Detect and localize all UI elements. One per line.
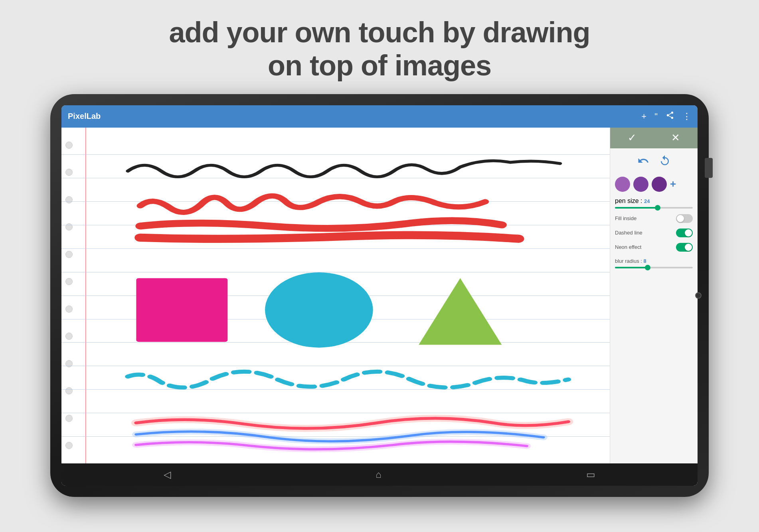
svg-rect-0 [136, 278, 227, 342]
recent-nav-button[interactable]: ▭ [586, 469, 595, 480]
notebook-background [61, 128, 610, 463]
headline-line2: on top of images [268, 49, 491, 81]
blur-radius-fill [615, 267, 648, 268]
fill-inside-toggle-row: Fill inside [615, 214, 693, 223]
color-swatches-row: + [615, 177, 693, 192]
pen-size-fill [615, 207, 658, 209]
bottom-nav-bar: ◁ ⌂ ▭ [61, 463, 698, 486]
undo-button[interactable] [637, 155, 649, 169]
home-nav-button[interactable]: ⌂ [376, 469, 381, 480]
blur-radius-thumb[interactable] [645, 265, 650, 270]
fill-inside-toggle[interactable] [676, 214, 693, 223]
neon-effect-toggle-row: Neon effect [615, 243, 693, 252]
share-icon[interactable] [666, 111, 674, 122]
blur-radius-label: blur radius : [615, 258, 644, 264]
redo-button[interactable] [659, 155, 671, 169]
tablet-screen: PixelLab + " ⋮ [61, 105, 698, 486]
fill-inside-knob [677, 215, 684, 222]
headline-line1: add your own touch by drawing [169, 16, 590, 48]
camera-lens [695, 292, 702, 299]
dashed-line-knob [685, 229, 692, 236]
neon-effect-knob [685, 244, 692, 251]
dashed-line-label: Dashed line [615, 230, 642, 236]
svg-marker-2 [419, 278, 502, 345]
pen-size-thumb[interactable] [655, 205, 660, 211]
confirm-button[interactable]: ✓ [628, 132, 636, 144]
content-area: ✓ ✕ [61, 128, 698, 463]
drawing-canvas[interactable] [61, 128, 610, 463]
neon-effect-label: Neon effect [615, 244, 641, 250]
pen-size-value: 24 [644, 198, 650, 204]
power-button [705, 158, 713, 178]
blur-radius-slider[interactable] [615, 267, 693, 268]
pen-size-label: pen size : [615, 197, 644, 204]
app-bar-actions: + " ⋮ [641, 111, 691, 122]
drawings [61, 128, 610, 463]
neon-effect-toggle[interactable] [676, 243, 693, 252]
confirm-bar: ✓ ✕ [610, 128, 698, 148]
blur-radius-label-row: blur radius : 8 [615, 257, 693, 264]
dashed-line-toggle[interactable] [676, 229, 693, 237]
pen-size-label-row: pen size : 24 [615, 197, 693, 205]
app-bar: PixelLab + " ⋮ [61, 105, 698, 128]
back-nav-button[interactable]: ◁ [164, 469, 171, 480]
panel-body: + pen size : 24 Fill ins [610, 148, 698, 463]
add-icon[interactable]: + [641, 111, 646, 122]
color-swatch-3[interactable] [652, 177, 667, 192]
color-swatch-2[interactable] [633, 177, 648, 192]
pen-size-slider[interactable] [615, 207, 693, 209]
cancel-button[interactable]: ✕ [671, 132, 680, 144]
add-color-button[interactable]: + [670, 178, 676, 190]
app-title: PixelLab [68, 112, 641, 121]
fill-inside-label: Fill inside [615, 215, 636, 221]
tablet-device: PixelLab + " ⋮ [50, 94, 709, 497]
color-swatch-1[interactable] [615, 177, 630, 192]
blur-radius-value: 8 [644, 258, 646, 264]
svg-point-1 [265, 272, 373, 348]
dashed-line-toggle-row: Dashed line [615, 229, 693, 237]
pen-size-control: pen size : 24 [615, 197, 693, 209]
page-headline: add your own touch by drawing on top of … [169, 16, 590, 82]
undo-redo-row [615, 155, 693, 169]
more-icon[interactable]: ⋮ [682, 111, 691, 122]
right-panel: ✓ ✕ [610, 128, 698, 463]
blur-radius-control: blur radius : 8 [615, 257, 693, 268]
quote-icon[interactable]: " [654, 111, 658, 122]
